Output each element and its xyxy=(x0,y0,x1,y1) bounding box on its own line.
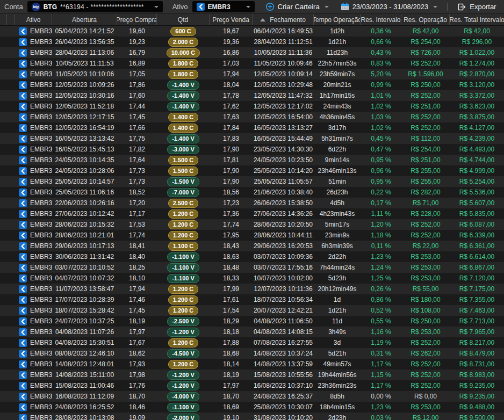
symbol-select[interactable]: EMBR3 xyxy=(192,1,255,12)
qtd-badge: 2.500 C xyxy=(168,199,199,208)
table-row[interactable]: EMBR305/04/2023 14:21:5219,60600 C19,670… xyxy=(0,26,504,37)
row-spacer xyxy=(7,305,15,316)
table-row[interactable]: EMBR328/04/2023 11:13:0616,7910.000 C16,… xyxy=(0,47,504,58)
row-spacer xyxy=(7,26,15,37)
cell-tempo-operacao: 23h46min13s xyxy=(314,165,361,176)
cell-preco-venda: 18,43 xyxy=(210,241,253,251)
cell-res-operacao: R$ 252,00 xyxy=(401,380,450,391)
table-row[interactable]: EMBR316/05/2023 15:45:1317,82-3.000 V17,… xyxy=(0,144,504,155)
col-header-preco-venda[interactable]: Preço Venda xyxy=(210,14,253,25)
cell-preco-compra: 17,73 xyxy=(117,176,157,187)
table-row[interactable]: EMBR312/05/2023 12:17:1517,451.400 C17,6… xyxy=(0,112,504,122)
cell-ativo: EMBR3 xyxy=(15,380,52,391)
cell-tempo-operacao: 1d21h xyxy=(314,305,361,316)
cell-res-intervalo: 1,11 % xyxy=(361,208,401,219)
col-header-qtd[interactable]: Qtd xyxy=(157,14,210,25)
qtd-badge: -3.000 V xyxy=(167,145,199,154)
table-row[interactable]: EMBR324/07/2023 10:37:2518,19-2.500 V18,… xyxy=(0,316,504,327)
calendar-icon xyxy=(341,3,349,11)
col-header-abertura[interactable]: Abertura xyxy=(52,14,117,25)
cell-qtd: 1.200 C xyxy=(157,305,210,316)
cell-qtd: -1.100 V xyxy=(157,402,210,412)
cell-abertura: 11/07/2023 13:58:47 xyxy=(52,284,117,294)
table-row[interactable]: EMBR325/05/2023 11:06:1618,52-7.000 V18,… xyxy=(0,187,504,198)
table-row[interactable]: EMBR304/08/2023 15:30:5117,671.200 C17,8… xyxy=(0,337,504,348)
table-row[interactable]: EMBR311/05/2023 10:10:0617,051.800 C17,9… xyxy=(0,69,504,79)
cell-res-operacao: R$ 55,00 xyxy=(401,284,450,294)
col-header-ativo[interactable]: Ativo xyxy=(15,14,52,25)
qtd-badge: -1.100 V xyxy=(167,274,199,283)
row-spacer xyxy=(7,69,15,79)
table-row[interactable]: EMBR324/08/2023 16:25:5218,46-1.100 V18,… xyxy=(0,402,504,412)
col-header-fechamento[interactable]: Fechamento xyxy=(253,14,314,25)
table-row[interactable]: EMBR318/07/2023 15:28:4217,451.200 C17,5… xyxy=(0,305,504,316)
cell-fechamento: 06/04/2023 16:49:53 xyxy=(253,26,314,37)
table-row[interactable]: EMBR326/04/2023 13:56:3519,232.000 C19,3… xyxy=(0,37,504,47)
create-portfolio-button[interactable]: Criar Carteira xyxy=(263,2,331,11)
cell-fechamento: 24/08/2023 16:25:37 xyxy=(253,391,314,402)
table-row[interactable]: EMBR324/05/2023 10:28:0617,731.500 C17,9… xyxy=(0,165,504,176)
cell-res-operacao: R$ 252,00 xyxy=(401,219,450,230)
cell-preco-compra: 18,10 xyxy=(117,273,157,284)
col-header-tempo-operacao[interactable]: Tempo Operação xyxy=(314,14,361,25)
col-header-res-operacao[interactable]: Res. Operação xyxy=(401,14,450,25)
cell-res-intervalo: 1,02 % xyxy=(361,122,401,133)
cell-res-intervalo: 5,20 % xyxy=(361,69,401,79)
table-row[interactable]: EMBR314/08/2023 12:48:0117,931.200 C18,1… xyxy=(0,359,504,370)
table-row[interactable]: EMBR303/07/2023 10:10:5218,25-1.100 V18,… xyxy=(0,262,504,273)
cell-preco-compra: 18,70 xyxy=(117,391,157,402)
cell-ativo: EMBR3 xyxy=(15,412,52,420)
cell-res-total-intervalo: R$ 6.087,00 xyxy=(450,219,504,230)
col-header-res-total-intervalo[interactable]: Res. Total Intervalo xyxy=(450,14,504,25)
cell-ativo: EMBR3 xyxy=(15,112,52,122)
cell-preco-venda: 17,84 xyxy=(210,122,253,133)
cell-preco-venda: 17,81 xyxy=(210,155,253,165)
cell-res-intervalo: 0,11 % xyxy=(361,241,401,251)
table-row[interactable]: EMBR304/08/2023 11:07:2617,97-1.200 V18,… xyxy=(0,327,504,337)
embraer-icon xyxy=(19,135,27,143)
cell-preco-compra: 18,46 xyxy=(117,402,157,412)
qtd-badge: 1.200 C xyxy=(168,338,199,347)
table-row[interactable]: EMBR311/07/2023 13:58:4717,941.200 C17,9… xyxy=(0,284,504,294)
cell-tempo-operacao: 5d23h xyxy=(314,273,361,284)
export-button[interactable]: Exportar xyxy=(455,3,498,11)
table-row[interactable]: EMBR310/05/2023 11:11:5316,891.800 C17,0… xyxy=(0,58,504,69)
table-row[interactable]: EMBR325/05/2023 10:14:5717,73-1.500 V17,… xyxy=(0,176,504,187)
cell-res-intervalo: 0,95 % xyxy=(361,176,401,187)
chevron-down-icon xyxy=(246,6,250,8)
table-row[interactable]: EMBR312/05/2023 10:09:2617,86-1.400 V18,… xyxy=(0,79,504,90)
row-spacer xyxy=(7,294,15,305)
table-row[interactable]: EMBR316/05/2023 13:13:4217,75-1.400 V17,… xyxy=(0,133,504,144)
cell-res-intervalo: 1,17 % xyxy=(361,380,401,391)
table-row[interactable]: EMBR316/08/2023 11:12:0918,70-4.000 V18,… xyxy=(0,391,504,402)
date-range-picker[interactable]: 23/03/2023 - 31/08/2023 xyxy=(339,3,440,11)
table-row[interactable]: EMBR314/08/2023 15:11:0017,98-1.200 V18,… xyxy=(0,370,504,380)
table-row[interactable]: EMBR328/06/2023 10:21:0117,741.200 C17,9… xyxy=(0,230,504,241)
table-row[interactable]: EMBR312/05/2023 10:30:1617,60-1.400 V17,… xyxy=(0,90,504,101)
account-select[interactable]: btg BTG **63194 - ******************** xyxy=(27,1,163,12)
col-header-preco-compra[interactable]: Preço Compra xyxy=(117,14,157,25)
cell-tempo-operacao: 3h49s xyxy=(314,327,361,337)
table-row[interactable]: EMBR330/06/2023 11:31:4218,40-1.100 V18,… xyxy=(0,251,504,262)
table-row[interactable]: EMBR315/08/2023 11:00:4617,76-1.200 V17,… xyxy=(0,380,504,391)
table-row[interactable]: EMBR327/06/2023 10:12:4217,171.200 C17,3… xyxy=(0,208,504,219)
row-spacer xyxy=(0,294,7,305)
qtd-badge: 1.200 C xyxy=(168,295,199,305)
plus-circle-icon xyxy=(265,2,275,11)
table-row[interactable]: EMBR328/06/2023 10:15:3217,531.200 C17,7… xyxy=(0,219,504,230)
cell-abertura: 04/08/2023 11:07:26 xyxy=(52,327,117,337)
table-row[interactable]: EMBR317/07/2023 10:28:3917,461.200 C17,6… xyxy=(0,294,504,305)
cell-qtd: -2.000 V xyxy=(157,412,210,420)
table-row[interactable]: EMBR308/08/2023 12:46:1018,62-4.500 V18,… xyxy=(0,348,504,359)
col-header-res-intervalo[interactable]: Res. Intervalo xyxy=(361,14,401,25)
qtd-badge: -1.200 V xyxy=(167,371,199,380)
table-row[interactable]: EMBR324/05/2023 10:14:3517,641.500 C17,8… xyxy=(0,155,504,165)
cell-preco-compra: 18,19 xyxy=(117,316,157,327)
table-row[interactable]: EMBR328/08/2023 10:13:0819,09-2.000 V19,… xyxy=(0,412,504,420)
table-row[interactable]: EMBR312/05/2023 11:52:1817,44-1.400 V17,… xyxy=(0,101,504,112)
table-row[interactable]: EMBR322/06/2023 10:26:1617,202.500 C17,2… xyxy=(0,198,504,208)
table-row[interactable]: EMBR304/07/2023 10:07:3218,10-1.100 V18,… xyxy=(0,273,504,284)
table-row[interactable]: EMBR329/06/2023 10:17:1318,411.100 C18,4… xyxy=(0,241,504,251)
table-row[interactable]: EMBR312/05/2023 16:54:1917,661.400 C17,8… xyxy=(0,122,504,133)
qtd-badge: 1.200 C xyxy=(168,220,199,229)
